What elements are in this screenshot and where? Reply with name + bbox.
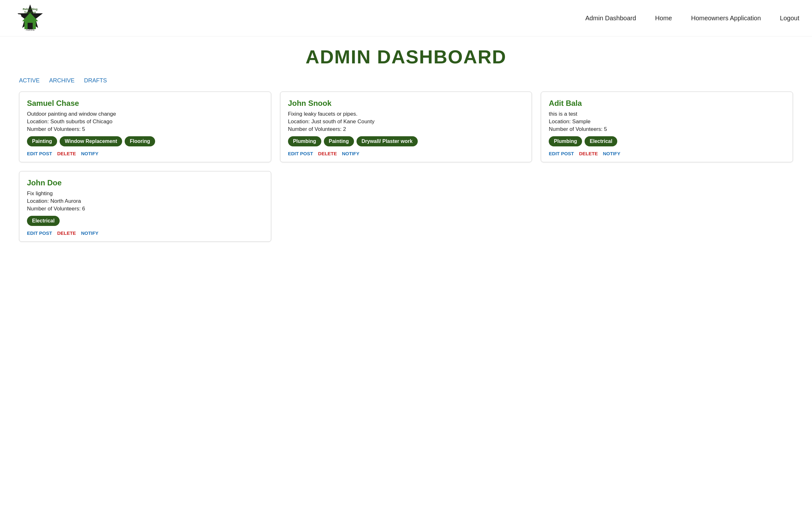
card-actions-samuel-chase: EDIT POST DELETE NOTIFY <box>27 151 263 156</box>
card-volunteers-samuel-chase: Number of Volunteers: 5 <box>27 126 263 132</box>
card-location-john-snook: Location: Just south of Kane County <box>288 118 524 125</box>
svg-point-4 <box>18 14 21 17</box>
svg-text:Together: Together <box>24 11 36 14</box>
card-location-john-doe: Location: North Aurora <box>27 198 263 205</box>
card-name-samuel-chase: Samuel Chase <box>27 99 263 108</box>
page-title: ADMIN DASHBOARD <box>19 46 793 68</box>
card-samuel-chase: Samuel Chase Outdoor painting and window… <box>19 92 271 162</box>
edit-adit-bala[interactable]: EDIT POST <box>549 151 574 156</box>
card-location-adit-bala: Location: Sample <box>549 118 785 125</box>
delete-john-snook[interactable]: DELETE <box>318 151 337 156</box>
card-tags-john-doe: Electrical <box>27 216 263 226</box>
nav-links: Admin Dashboard Home Homeowners Applicat… <box>585 14 799 22</box>
main-content: ADMIN DASHBOARD ACTIVE ARCHIVE DRAFTS Sa… <box>0 37 812 251</box>
notify-john-snook[interactable]: NOTIFY <box>342 151 359 156</box>
nav-logout[interactable]: Logout <box>780 14 799 22</box>
card-tags-adit-bala: Plumbing Electrical <box>549 136 785 147</box>
tab-archive[interactable]: ARCHIVE <box>49 77 74 84</box>
tag-flooring-1: Flooring <box>125 136 155 147</box>
card-desc-adit-bala: this is a test <box>549 111 785 117</box>
svg-text:Rebuilding: Rebuilding <box>23 8 38 11</box>
card-desc-john-snook: Fixing leaky faucets or pipes. <box>288 111 524 117</box>
tag-plumbing-2: Plumbing <box>288 136 321 147</box>
card-desc-samuel-chase: Outdoor painting and window change <box>27 111 263 117</box>
card-actions-john-snook: EDIT POST DELETE NOTIFY <box>288 151 524 156</box>
tag-drywall-2: Drywall/ Plaster work <box>357 136 418 147</box>
notify-adit-bala[interactable]: NOTIFY <box>603 151 620 156</box>
card-desc-john-doe: Fix lighting <box>27 190 263 197</box>
cards-row-1: Samuel Chase Outdoor painting and window… <box>19 92 793 162</box>
tag-painting-2: Painting <box>324 136 354 147</box>
tab-drafts[interactable]: DRAFTS <box>84 77 107 84</box>
card-volunteers-adit-bala: Number of Volunteers: 5 <box>549 126 785 132</box>
delete-adit-bala[interactable]: DELETE <box>579 151 598 156</box>
card-adit-bala: Adit Bala this is a test Location: Sampl… <box>541 92 793 162</box>
delete-john-doe[interactable]: DELETE <box>57 230 76 236</box>
tag-electrical-3: Electrical <box>585 136 617 147</box>
card-name-john-snook: John Snook <box>288 99 524 108</box>
card-name-adit-bala: Adit Bala <box>549 99 785 108</box>
tag-plumbing-3: Plumbing <box>549 136 582 147</box>
edit-john-doe[interactable]: EDIT POST <box>27 230 52 236</box>
edit-samuel-chase[interactable]: EDIT POST <box>27 151 52 156</box>
tag-electrical-4: Electrical <box>27 216 60 226</box>
delete-samuel-chase[interactable]: DELETE <box>57 151 76 156</box>
card-tags-samuel-chase: Painting Window Replacement Flooring <box>27 136 263 147</box>
nav-admin-dashboard[interactable]: Admin Dashboard <box>585 14 636 22</box>
notify-samuel-chase[interactable]: NOTIFY <box>81 151 98 156</box>
card-actions-john-doe: EDIT POST DELETE NOTIFY <box>27 230 263 236</box>
card-john-snook: John Snook Fixing leaky faucets or pipes… <box>280 92 532 162</box>
svg-line-9 <box>20 22 21 25</box>
card-actions-adit-bala: EDIT POST DELETE NOTIFY <box>549 151 785 156</box>
navbar: Rebuilding Together Aurora Admin Dashboa… <box>0 0 812 37</box>
logo: Rebuilding Together Aurora <box>13 4 48 32</box>
svg-line-8 <box>18 22 20 25</box>
logo-image: Rebuilding Together Aurora <box>13 4 48 32</box>
tag-window-replacement-1: Window Replacement <box>60 136 122 147</box>
card-john-doe: John Doe Fix lighting Location: North Au… <box>19 171 271 242</box>
nav-homeowners-application[interactable]: Homeowners Application <box>691 14 761 22</box>
card-volunteers-john-doe: Number of Volunteers: 6 <box>27 206 263 212</box>
nav-home[interactable]: Home <box>655 14 672 22</box>
cards-row-2: John Doe Fix lighting Location: North Au… <box>19 171 793 242</box>
tabs-bar: ACTIVE ARCHIVE DRAFTS <box>19 77 793 84</box>
edit-john-snook[interactable]: EDIT POST <box>288 151 313 156</box>
tab-active[interactable]: ACTIVE <box>19 77 40 84</box>
svg-text:Aurora: Aurora <box>26 28 34 32</box>
tag-painting-1: Painting <box>27 136 57 147</box>
card-volunteers-john-snook: Number of Volunteers: 2 <box>288 126 524 132</box>
card-name-john-doe: John Doe <box>27 178 263 187</box>
card-location-samuel-chase: Location: South suburbs of Chicago <box>27 118 263 125</box>
card-tags-john-snook: Plumbing Painting Drywall/ Plaster work <box>288 136 524 147</box>
notify-john-doe[interactable]: NOTIFY <box>81 230 98 236</box>
